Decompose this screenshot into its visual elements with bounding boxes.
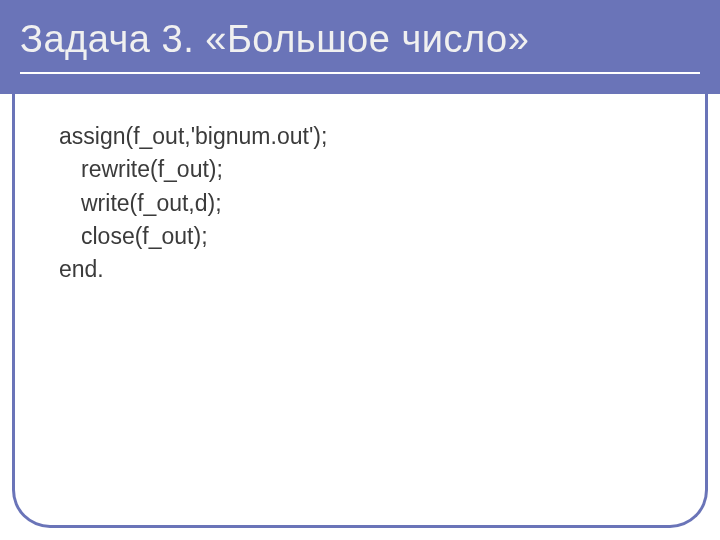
slide-title: Задача 3. «Большое число» xyxy=(20,18,529,61)
code-line-1: assign(f_out,'bignum.out'); xyxy=(59,120,661,153)
content-frame: assign(f_out,'bignum.out'); rewrite(f_ou… xyxy=(12,94,708,528)
title-underline xyxy=(20,72,700,74)
slide-header: Задача 3. «Большое число» xyxy=(0,0,720,94)
code-block: assign(f_out,'bignum.out'); rewrite(f_ou… xyxy=(59,120,661,287)
code-line-2: rewrite(f_out); xyxy=(59,153,661,186)
code-line-4: close(f_out); xyxy=(59,220,661,253)
code-line-5: end. xyxy=(59,253,661,286)
slide: Задача 3. «Большое число» assign(f_out,'… xyxy=(0,0,720,540)
code-line-3: write(f_out,d); xyxy=(59,187,661,220)
